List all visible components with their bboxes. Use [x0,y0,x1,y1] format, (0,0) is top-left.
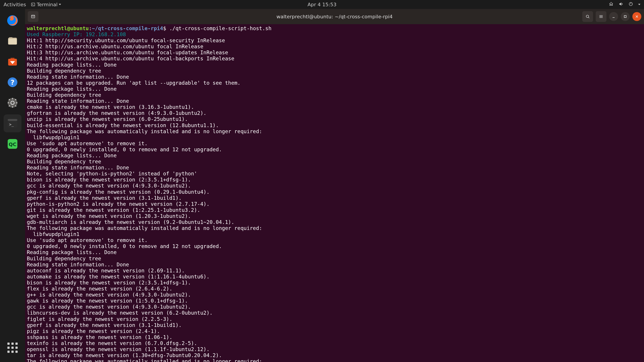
svg-point-3 [612,5,613,5]
hamburger-menu-button[interactable] [596,11,606,22]
dock-software[interactable] [4,53,22,71]
close-button[interactable] [632,12,641,21]
activities-button[interactable]: Activities [4,2,26,7]
maximize-button[interactable] [621,12,630,21]
terminal-icon [31,2,35,7]
terminal-content[interactable]: walterprechtl@ubuntu:~/qt-cross-compile-… [25,24,644,362]
dock: ? >_ QC [0,9,25,362]
clock[interactable]: Apr 4 15:53 [308,2,336,7]
prompt-command: ./qt-cross-compile-script-host.sh [166,25,272,31]
svg-text:?: ? [10,78,14,86]
svg-point-1 [610,5,610,5]
app-menu[interactable]: Terminal [31,2,61,7]
search-button[interactable] [582,11,593,22]
new-tab-button[interactable] [28,11,38,22]
dock-terminal[interactable]: >_ [4,114,22,132]
dock-help[interactable]: ? [4,73,22,91]
power-icon[interactable] [628,1,633,7]
svg-rect-0 [32,3,35,6]
terminal-window: walterprechtl@ubuntu: ~/qt-cross-compile… [25,9,644,362]
svg-rect-21 [624,16,626,18]
gnome-topbar: Activities Terminal Apr 4 15:53 [0,0,644,9]
svg-point-2 [611,5,612,5]
volume-icon[interactable] [618,1,624,7]
dock-settings[interactable] [4,94,22,112]
system-menu-chevron-icon[interactable] [638,4,640,5]
svg-rect-15 [8,119,17,121]
terminal-output: Hit:1 http://security.ubuntu.com/ubuntu … [27,37,262,362]
chevron-down-icon [59,4,61,5]
prompt-sep: : [89,25,92,31]
window-title: walterprechtl@ubuntu: ~/qt-cross-compile… [276,14,393,19]
svg-text:>_: >_ [9,122,14,127]
svg-rect-8 [9,37,12,39]
svg-point-20 [586,15,589,18]
minimize-button[interactable] [609,12,618,21]
info-line: Used Raspberry IP: 192.168.2.108 [27,31,126,37]
app-menu-label: Terminal [37,2,58,7]
window-headerbar: walterprechtl@ubuntu: ~/qt-cross-compile… [25,9,644,24]
dock-firefox[interactable] [4,12,22,29]
network-icon[interactable] [609,1,614,7]
prompt-dollar: $ [163,25,166,31]
prompt-path: ~/qt-cross-compile-rpi4 [92,25,163,31]
svg-text:QC: QC [9,142,16,147]
svg-rect-7 [8,39,17,44]
dock-qtcreator[interactable]: QC [4,135,22,153]
show-applications[interactable] [4,339,22,357]
prompt-userhost: walterprechtl@ubuntu [27,25,89,31]
dock-files[interactable] [4,32,22,50]
